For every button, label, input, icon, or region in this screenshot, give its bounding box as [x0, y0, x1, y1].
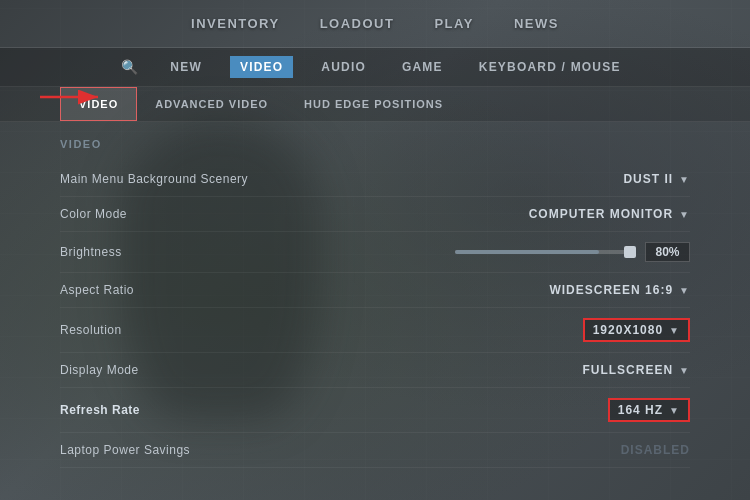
arrow-indicator	[40, 86, 110, 108]
chevron-icon: ▼	[679, 174, 690, 185]
setting-value-color-mode[interactable]: COMPUTER MONITOR ▼	[529, 207, 690, 221]
nav-item-play[interactable]: PLAY	[434, 12, 473, 35]
setting-value-resolution[interactable]: 1920X1080 ▼	[583, 318, 690, 342]
brightness-slider-thumb[interactable]	[624, 246, 636, 258]
setting-value-aspect-ratio[interactable]: WIDESCREEN 16:9 ▼	[549, 283, 690, 297]
setting-row-refresh-rate: Refresh Rate 164 HZ ▼	[60, 388, 690, 433]
tab-game[interactable]: GAME	[394, 56, 451, 78]
chevron-icon: ▼	[679, 285, 690, 296]
settings-content: Video Main Menu Background Scenery DUST …	[0, 122, 750, 484]
tab-audio[interactable]: AUDIO	[313, 56, 374, 78]
setting-row-color-mode: Color Mode COMPUTER MONITOR ▼	[60, 197, 690, 232]
chevron-icon: ▼	[669, 405, 680, 416]
chevron-icon: ▼	[669, 325, 680, 336]
setting-label-color-mode: Color Mode	[60, 207, 127, 221]
tab-video[interactable]: VIDEO	[230, 56, 293, 78]
setting-label-background-scenery: Main Menu Background Scenery	[60, 172, 248, 186]
setting-label-laptop-power: Laptop Power Savings	[60, 443, 190, 457]
top-navigation: INVENTORY LOADOUT PLAY NEWS	[0, 0, 750, 48]
nav-item-news[interactable]: NEWS	[514, 12, 559, 35]
setting-label-brightness: Brightness	[60, 245, 122, 259]
sub-tab-advanced-video[interactable]: ADVANCED VIDEO	[137, 88, 286, 120]
setting-row-resolution: Resolution 1920X1080 ▼	[60, 308, 690, 353]
setting-label-aspect-ratio: Aspect Ratio	[60, 283, 134, 297]
nav-item-inventory[interactable]: INVENTORY	[191, 12, 280, 35]
nav-item-loadout[interactable]: LOADOUT	[320, 12, 395, 35]
chevron-icon: ▼	[679, 365, 690, 376]
sub-tab-hud-edge[interactable]: HUD EDGE POSITIONS	[286, 88, 461, 120]
setting-row-brightness: Brightness 80%	[60, 232, 690, 273]
setting-value-refresh-rate[interactable]: 164 HZ ▼	[608, 398, 690, 422]
setting-label-refresh-rate: Refresh Rate	[60, 403, 140, 417]
setting-label-resolution: Resolution	[60, 323, 122, 337]
tab-keyboard-mouse[interactable]: KEYBOARD / MOUSE	[471, 56, 629, 78]
search-icon[interactable]: 🔍	[121, 59, 138, 75]
brightness-control[interactable]: 80%	[455, 242, 690, 262]
setting-row-aspect-ratio: Aspect Ratio WIDESCREEN 16:9 ▼	[60, 273, 690, 308]
setting-row-background-scenery: Main Menu Background Scenery DUST II ▼	[60, 162, 690, 197]
chevron-icon: ▼	[679, 209, 690, 220]
tab-new[interactable]: NEW	[162, 56, 210, 78]
setting-label-display-mode: Display Mode	[60, 363, 139, 377]
sub-tabs-bar: VIDEO ADVANCED VIDEO HUD EDGE POSITIONS	[0, 87, 750, 122]
setting-row-display-mode: Display Mode FULLSCREEN ▼	[60, 353, 690, 388]
brightness-slider-fill	[455, 250, 599, 254]
setting-value-background-scenery[interactable]: DUST II ▼	[623, 172, 690, 186]
settings-tabs-bar: 🔍 NEW VIDEO AUDIO GAME KEYBOARD / MOUSE	[0, 48, 750, 87]
setting-value-display-mode[interactable]: FULLSCREEN ▼	[582, 363, 690, 377]
brightness-value: 80%	[645, 242, 690, 262]
section-label: Video	[60, 138, 690, 150]
brightness-slider-track[interactable]	[455, 250, 635, 254]
setting-row-laptop-power: Laptop Power Savings DISABLED	[60, 433, 690, 468]
setting-value-laptop-power: DISABLED	[621, 443, 690, 457]
